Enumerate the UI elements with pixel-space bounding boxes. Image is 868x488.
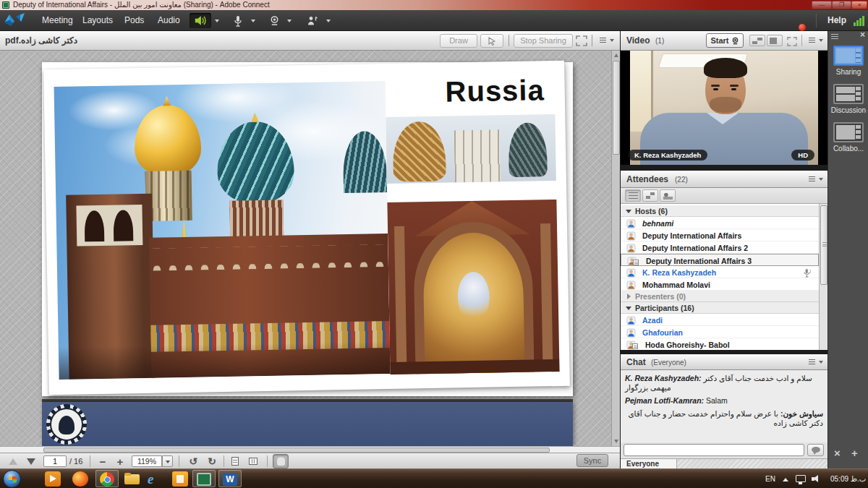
scroll-up-icon[interactable] — [614, 53, 618, 57]
connection-signal-icon[interactable] — [854, 16, 865, 26]
chat-input[interactable] — [624, 444, 804, 456]
send-message-button[interactable] — [807, 444, 824, 456]
menu-audio[interactable]: Audio — [150, 10, 187, 31]
fullscreen-icon[interactable] — [787, 36, 797, 46]
rotate-left-button[interactable]: ↺ — [187, 455, 200, 468]
menu-meeting[interactable]: Meeting — [35, 10, 80, 31]
pointer-tool-button[interactable] — [480, 34, 503, 48]
firefox-icon[interactable] — [72, 471, 88, 487]
set-status-button[interactable] — [302, 13, 323, 28]
attendees-scroll-thumb[interactable] — [820, 205, 827, 285]
attendee-row[interactable]: Deputy International Affairs 2 — [621, 241, 819, 254]
excel-taskbar-button[interactable] — [192, 470, 216, 487]
start-webcam-button[interactable]: Start — [706, 33, 744, 48]
speaker-button[interactable] — [190, 13, 211, 28]
layout-label-collaboration[interactable]: Collabo... — [828, 145, 868, 153]
tray-clock[interactable]: 05:09 ب.ظ — [830, 469, 866, 488]
attendee-row[interactable]: Ghafourian — [621, 326, 819, 338]
fullscreen-icon[interactable] — [576, 35, 587, 46]
chrome-taskbar-button[interactable] — [95, 470, 119, 487]
video-count: (1) — [655, 37, 664, 45]
microphone-icon — [234, 15, 242, 27]
tray-hidden-icons-chevron[interactable] — [783, 478, 788, 481]
speaker-dropdown[interactable] — [213, 13, 222, 28]
document-viewport[interactable]: Russia — [0, 51, 620, 446]
media-player-icon[interactable] — [45, 471, 61, 487]
close-pod-icon[interactable]: × — [834, 447, 841, 459]
status-view-button[interactable] — [660, 189, 676, 202]
maximize-button[interactable]: ❐ — [832, 1, 851, 9]
menu-layouts[interactable]: Layouts — [75, 10, 120, 31]
network-icon[interactable] — [796, 475, 806, 482]
attendee-row[interactable]: Mohammad Molavi — [621, 278, 819, 291]
attendee-row-sharing[interactable]: Deputy International Affairs 3 — [621, 254, 819, 266]
layout-thumb-sharing[interactable] — [833, 46, 864, 66]
attendees-list[interactable]: Hosts (6) behnami Deputy International A… — [621, 204, 827, 350]
page-number-input[interactable] — [43, 455, 67, 467]
fit-page-button[interactable] — [250, 455, 257, 468]
filmstrip-view-icon[interactable] — [767, 35, 783, 46]
layouts-menu-icon[interactable] — [831, 34, 838, 40]
chat-message-list[interactable]: K. Reza Kashyzadeh: سلام و ادب خدمت جناب… — [621, 370, 827, 441]
layout-thumb-collaboration[interactable] — [833, 122, 864, 142]
video-pod-menu-icon[interactable] — [809, 36, 823, 46]
menu-help[interactable]: Help — [820, 10, 854, 31]
close-button[interactable]: × — [851, 1, 867, 9]
horizontal-scrollbar[interactable] — [0, 446, 620, 453]
file-explorer-icon[interactable] — [124, 471, 140, 487]
horizontal-scroll-thumb[interactable] — [43, 448, 550, 453]
attendees-scrollbar[interactable] — [819, 204, 827, 350]
webcam-dropdown[interactable] — [285, 13, 294, 28]
tab-everyone[interactable]: Everyone — [621, 459, 677, 469]
attendee-row[interactable]: Hoda Ghoreishy- Babol — [621, 338, 819, 350]
participants-section-header[interactable]: Participants (16) — [621, 302, 819, 314]
webcam-feed: K. Reza Kashyzadeh HD — [621, 51, 827, 165]
zoom-in-button[interactable]: + — [114, 455, 126, 468]
microphone-dropdown[interactable] — [249, 13, 258, 28]
status-dropdown[interactable] — [324, 13, 333, 28]
zoom-level-value[interactable]: 119% — [132, 455, 162, 467]
minimize-button[interactable]: — — [812, 1, 832, 9]
layout-thumb-discussion[interactable] — [833, 84, 864, 104]
grid-view-button[interactable] — [642, 189, 658, 202]
draw-button[interactable]: Draw — [440, 34, 477, 48]
zoom-out-button[interactable]: − — [97, 455, 109, 468]
pan-tool-button[interactable] — [273, 454, 289, 468]
chat-pod-menu-icon[interactable] — [809, 358, 823, 368]
add-layout-icon[interactable]: + — [851, 447, 858, 459]
church-photo-facade — [387, 200, 559, 374]
attendees-pod-menu-icon[interactable] — [809, 175, 823, 185]
list-view-button[interactable] — [625, 189, 641, 202]
rotate-right-button[interactable]: ↻ — [205, 455, 218, 468]
menu-pods[interactable]: Pods — [117, 10, 151, 31]
close-layouts-icon[interactable]: × — [860, 30, 865, 40]
share-pod-menu-icon[interactable] — [600, 36, 614, 46]
layout-label-sharing[interactable]: Sharing — [828, 68, 868, 76]
hosts-section-header[interactable]: Hosts (6) — [621, 205, 819, 217]
attendee-row[interactable]: Azadi — [621, 314, 819, 326]
vertical-scrollbar[interactable] — [611, 51, 620, 446]
internet-explorer-icon[interactable]: e — [148, 471, 163, 487]
start-button[interactable] — [3, 470, 21, 488]
fit-width-button[interactable] — [231, 455, 239, 468]
orange-app-icon[interactable] — [172, 471, 188, 487]
tray-language[interactable]: EN — [765, 469, 775, 488]
attendee-row[interactable]: Deputy International Affairs — [621, 229, 819, 241]
zoom-dropdown[interactable] — [162, 455, 173, 467]
page-up-button[interactable] — [9, 455, 17, 468]
windows-taskbar: e W EN 05:09 ب.ظ — [0, 468, 868, 488]
webcam-button[interactable] — [265, 13, 284, 28]
grid-view-icon[interactable] — [749, 35, 765, 46]
layout-label-discussion[interactable]: Discussion — [828, 106, 868, 114]
window-title-bar[interactable]: Deputy of International Affairs - معاونت… — [0, 0, 868, 10]
attendee-row[interactable]: behnami — [621, 217, 819, 229]
word-taskbar-button[interactable]: W — [218, 470, 242, 487]
stop-sharing-button[interactable]: Stop Sharing — [514, 34, 573, 48]
attendee-row[interactable]: K. Reza Kashyzadeh — [621, 266, 819, 278]
vertical-scroll-thumb[interactable] — [613, 61, 620, 155]
sync-button[interactable]: Sync — [576, 454, 608, 467]
page-down-button[interactable] — [27, 455, 35, 468]
presenters-section-header[interactable]: Presenters (0) — [621, 291, 819, 302]
microphone-button[interactable] — [229, 13, 247, 28]
scroll-down-icon[interactable] — [614, 440, 618, 443]
